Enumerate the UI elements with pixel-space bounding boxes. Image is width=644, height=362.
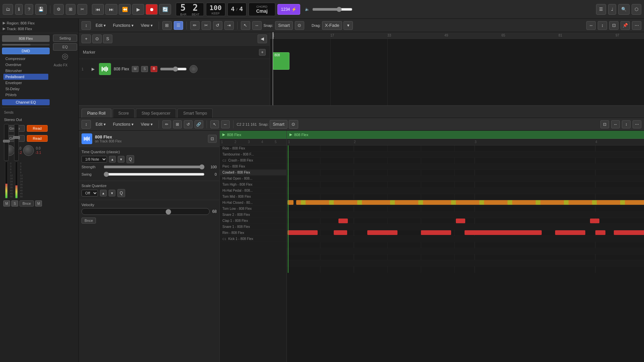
pr-drumpad-btn[interactable]: ⊞ bbox=[173, 120, 182, 128]
grid-view-btn[interactable]: ⊞ bbox=[162, 21, 172, 30]
pr-edit-menu[interactable]: Edit ▾ bbox=[93, 121, 108, 128]
back-btn[interactable]: ⏪ bbox=[119, 4, 131, 15]
pencil-btn[interactable]: ✏ bbox=[190, 21, 200, 30]
list-btn[interactable]: ☰ bbox=[596, 4, 606, 15]
region-block-808[interactable]: 808 bbox=[273, 52, 289, 70]
fader-2[interactable] bbox=[14, 124, 19, 161]
resize-btn[interactable]: ↔ bbox=[252, 21, 262, 30]
help-btn[interactable]: ? bbox=[25, 4, 33, 15]
track-mute-1[interactable]: M bbox=[132, 66, 139, 72]
loop-btn[interactable]: 🔄 bbox=[159, 4, 171, 15]
scale-q-stepper-down[interactable]: ▼ bbox=[109, 190, 115, 196]
instr-row-3[interactable]: Perc - 808 Flex bbox=[220, 164, 286, 170]
fader-handle-1[interactable] bbox=[3, 140, 10, 142]
instr-row-11[interactable]: Snare 2 - 808 Flex bbox=[220, 212, 286, 218]
plugin-compressor[interactable]: Compressor bbox=[3, 56, 48, 62]
pr-loop-btn[interactable]: ↺ bbox=[184, 120, 193, 128]
play-btn[interactable]: ▶ bbox=[132, 4, 144, 15]
bnce-pr-btn[interactable]: Bnce bbox=[82, 218, 96, 224]
track-vol-slider-1[interactable] bbox=[160, 66, 187, 72]
pr-zoom-h[interactable]: ↔ bbox=[611, 120, 620, 128]
search-btn[interactable]: 🔍 bbox=[618, 4, 630, 15]
cut-btn[interactable]: ✂ bbox=[77, 4, 87, 15]
loop-tool-btn[interactable]: ↺ bbox=[213, 21, 222, 30]
vol-knob-2[interactable] bbox=[23, 145, 34, 156]
cursor-btn[interactable]: ↖ bbox=[241, 21, 250, 30]
tq-note-select[interactable]: 1/8 Note bbox=[82, 156, 107, 163]
bottom-s-btn[interactable]: S bbox=[11, 200, 18, 206]
scale-q-stepper-up[interactable]: ▲ bbox=[100, 190, 107, 196]
plugin-overdrive[interactable]: Overdrive bbox=[3, 62, 48, 68]
channel-name-btn[interactable]: 808 Flex bbox=[2, 35, 50, 42]
tq-stepper-up[interactable]: ▲ bbox=[109, 156, 116, 163]
solo-mode-btn[interactable]: S bbox=[103, 35, 112, 43]
logo-btn[interactable]: ⬡ bbox=[632, 4, 641, 15]
tab-score[interactable]: Score bbox=[113, 109, 135, 118]
eq-btn[interactable]: EQ bbox=[53, 43, 77, 51]
record-btn[interactable]: ⏺ bbox=[146, 4, 158, 15]
snap-value-btn[interactable]: Smart bbox=[275, 21, 293, 30]
drag-value-btn[interactable]: X-Fade bbox=[322, 21, 342, 30]
list-view-btn[interactable]: ☰ bbox=[174, 21, 183, 30]
pr-view-menu[interactable]: View ▾ bbox=[138, 121, 155, 128]
arrange-tool-arrow[interactable]: ↕ bbox=[82, 21, 91, 30]
info-btn[interactable]: ℹ bbox=[15, 4, 23, 15]
read-btn-1[interactable]: Read bbox=[27, 125, 48, 132]
pr-expand-btn[interactable]: ⊡ bbox=[208, 135, 217, 143]
region-label[interactable]: ▶ Region: 808 Flex bbox=[3, 21, 76, 25]
setting-btn[interactable]: Setting bbox=[53, 35, 77, 42]
pr-fit-btn[interactable]: ⊡ bbox=[600, 120, 609, 128]
plugin-enveloper[interactable]: Enveloper bbox=[3, 80, 48, 86]
tq-stepper-down[interactable]: ▼ bbox=[118, 156, 124, 163]
cpu-btn[interactable]: ⚙ bbox=[54, 4, 64, 15]
pr-cursor-btn[interactable]: ↖ bbox=[210, 120, 219, 128]
instr-row-12[interactable]: Clap 1 - 808 Flex bbox=[220, 218, 286, 224]
instr-row-7[interactable]: Hi-Hat Pedal - 808... bbox=[220, 188, 286, 194]
arrange-edit-menu[interactable]: Edit ▾ bbox=[93, 22, 108, 29]
plugin-st-delay[interactable]: St-Delay bbox=[3, 86, 48, 92]
file-btn[interactable]: 🗂 bbox=[3, 4, 13, 15]
instr-row-13[interactable]: Snare 1 - 808 Flex bbox=[220, 224, 286, 230]
pr-resize-btn[interactable]: ↔ bbox=[221, 120, 230, 128]
fader-handle-2[interactable] bbox=[13, 136, 20, 139]
instr-row-10[interactable]: Tom Low - 808 Flex bbox=[220, 206, 286, 212]
note-grid-svg[interactable] bbox=[287, 145, 644, 273]
tab-step-sequencer[interactable]: Step Sequencer bbox=[136, 109, 176, 118]
plugin-ptverb[interactable]: PtVerb bbox=[3, 92, 48, 98]
track-rec-1[interactable]: R bbox=[151, 66, 157, 72]
velocity-slider[interactable] bbox=[82, 208, 210, 215]
track-settings-btn[interactable]: ⊙ bbox=[92, 35, 102, 43]
instr-row-6[interactable]: Tom High - 808 Flex bbox=[220, 182, 286, 188]
pr-snap-toggle[interactable]: ⊙ bbox=[289, 120, 298, 129]
zoom-in-h[interactable]: ↔ bbox=[586, 21, 596, 30]
collapse-btn[interactable]: ◀ bbox=[258, 35, 267, 43]
plugin-bitcrusher[interactable]: Bitcrusher bbox=[3, 68, 48, 74]
snap-toggle[interactable]: ⊙ bbox=[295, 21, 304, 30]
pr-note-grid[interactable]: ▶ 808 Flex 1 2 3 4 5 bbox=[287, 131, 644, 362]
tempo-display[interactable]: 100 KEEP bbox=[206, 3, 225, 16]
pr-more-btn[interactable]: ⋯ bbox=[633, 120, 641, 128]
tq-q-btn[interactable]: Q bbox=[126, 155, 134, 163]
instr-row-2[interactable]: C2Crash - 808 Flex bbox=[220, 158, 286, 164]
dmd-btn[interactable]: DMD bbox=[2, 48, 50, 54]
master-btn[interactable]: 1234 ⚡ bbox=[277, 4, 300, 15]
track-pan-knob-1[interactable] bbox=[190, 65, 198, 73]
fast-forward-btn[interactable]: ⏭ bbox=[105, 4, 117, 15]
note-btn[interactable]: ♩ bbox=[608, 4, 616, 15]
note-grid-content[interactable] bbox=[287, 145, 644, 273]
pin-btn[interactable]: 📌 bbox=[621, 21, 630, 30]
bnce-btn[interactable]: Bnce bbox=[19, 200, 34, 206]
read-btn-2[interactable]: Read bbox=[27, 135, 48, 142]
master-volume-slider[interactable] bbox=[312, 7, 353, 12]
instr-row-9[interactable]: Hi-Hat Closed - 80... bbox=[220, 200, 286, 206]
drag-toggle[interactable]: ▾ bbox=[343, 21, 353, 30]
instr-row-1[interactable]: Tambourine - 808 F... bbox=[220, 152, 286, 158]
grid-btn[interactable]: ⊞ bbox=[66, 4, 75, 15]
tab-piano-roll[interactable]: Piano Roll bbox=[82, 109, 111, 118]
rewind-btn[interactable]: ⏮ bbox=[92, 4, 104, 15]
bottom-m-btn-2[interactable]: M bbox=[35, 200, 42, 206]
instr-row-5[interactable]: Hi-Hat Open - 808... bbox=[220, 176, 286, 182]
pr-snap-value[interactable]: Smart bbox=[270, 120, 287, 129]
pr-functions-menu[interactable]: Functions ▾ bbox=[110, 121, 136, 128]
instr-row-15[interactable]: C1Kick 1 - 808 Flex bbox=[220, 236, 286, 242]
